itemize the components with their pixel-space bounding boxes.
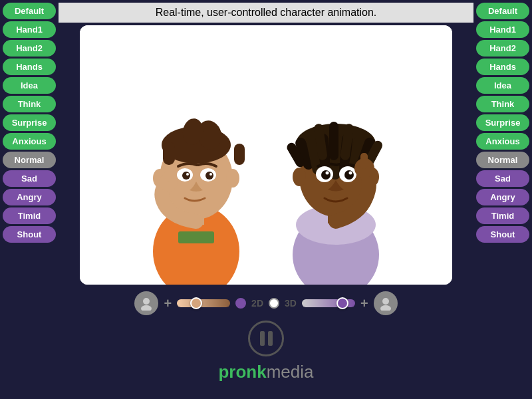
right-avatar-button[interactable] [374, 291, 398, 315]
logo-pronk: pronk [218, 362, 266, 382]
top-bar: Real-time, user-controlled character ani… [59, 3, 473, 23]
left-sidebar-btn-normal[interactable]: Normal [3, 152, 56, 168]
right-sidebar-btn-hands[interactable]: Hands [476, 59, 529, 75]
svg-point-42 [349, 172, 352, 175]
mode-2d-radio[interactable] [235, 298, 246, 309]
svg-point-17 [226, 169, 239, 188]
svg-point-15 [209, 173, 212, 176]
controls-bar: + 2D 3D + [80, 291, 452, 315]
svg-point-48 [141, 305, 152, 311]
pause-icon [260, 331, 273, 346]
page-title: Real-time, user-controlled character ani… [156, 7, 377, 18]
character-viewport [80, 25, 452, 285]
svg-point-50 [380, 305, 391, 311]
left-sidebar-btn-surprise[interactable]: Surprise [3, 114, 56, 131]
left-sidebar-btn-anxious[interactable]: Anxious [3, 133, 56, 150]
left-sidebar-btn-angry[interactable]: Angry [3, 189, 56, 205]
svg-point-13 [205, 172, 213, 180]
left-sidebar-btn-sad[interactable]: Sad [3, 170, 56, 187]
main-container: DefaultHand1Hand2HandsIdeaThinkSurpriseA… [0, 0, 532, 399]
mode-2d-label: 2D [251, 298, 263, 309]
right-sidebar-btn-shout[interactable]: Shout [476, 226, 529, 243]
right-plus-button[interactable]: + [360, 296, 368, 311]
center-panel: Real-time, user-controlled character ani… [59, 0, 473, 399]
left-skin-slider[interactable] [177, 299, 230, 307]
right-sidebar-btn-anxious[interactable]: Anxious [476, 133, 529, 150]
mode-3d-radio[interactable] [269, 298, 279, 309]
right-sidebar-btn-angry[interactable]: Angry [476, 189, 529, 205]
svg-rect-19 [165, 168, 172, 182]
svg-point-14 [186, 173, 189, 176]
svg-point-40 [344, 170, 354, 180]
right-sidebar-btn-normal[interactable]: Normal [476, 152, 529, 168]
left-sidebar-btn-hand1[interactable]: Hand1 [3, 21, 56, 38]
right-sidebar-btn-surprise[interactable]: Surprise [476, 114, 529, 131]
left-sidebar: DefaultHand1Hand2HandsIdeaThinkSurpriseA… [0, 0, 59, 399]
svg-rect-0 [80, 25, 452, 285]
svg-point-47 [143, 298, 150, 305]
right-sidebar-btn-think[interactable]: Think [476, 96, 529, 112]
right-sidebar-btn-hand2[interactable]: Hand2 [476, 40, 529, 57]
left-sidebar-btn-hand2[interactable]: Hand2 [3, 40, 56, 57]
svg-point-41 [326, 172, 329, 175]
left-sidebar-btn-think[interactable]: Think [3, 96, 56, 112]
svg-point-43 [293, 168, 306, 186]
logo: pronkmedia [218, 362, 313, 382]
svg-rect-46 [360, 153, 368, 169]
right-sidebar-btn-sad[interactable]: Sad [476, 170, 529, 187]
depth-slider[interactable] [302, 299, 355, 307]
svg-rect-35 [329, 122, 338, 160]
mode-3d-label: 3D [285, 298, 297, 309]
left-avatar-button[interactable] [134, 291, 158, 315]
right-sidebar-btn-idea[interactable]: Idea [476, 77, 529, 94]
right-sidebar: DefaultHand1Hand2HandsIdeaThinkSurpriseA… [473, 0, 532, 399]
right-sidebar-btn-timid[interactable]: Timid [476, 207, 529, 224]
logo-media: media [267, 362, 314, 382]
left-sidebar-btn-shout[interactable]: Shout [3, 226, 56, 243]
right-sidebar-btn-hand1[interactable]: Hand1 [476, 21, 529, 38]
svg-point-49 [382, 298, 389, 305]
right-sidebar-btn-default[interactable]: Default [476, 3, 529, 19]
svg-rect-2 [178, 231, 214, 243]
svg-point-39 [321, 170, 331, 180]
svg-point-12 [182, 172, 190, 180]
left-plus-button[interactable]: + [164, 296, 172, 311]
left-sidebar-btn-timid[interactable]: Timid [3, 207, 56, 224]
left-sidebar-btn-hands[interactable]: Hands [3, 59, 56, 75]
left-sidebar-btn-idea[interactable]: Idea [3, 77, 56, 94]
svg-rect-7 [234, 144, 245, 165]
pause-button[interactable] [248, 321, 284, 356]
svg-rect-6 [163, 142, 175, 165]
left-sidebar-btn-default[interactable]: Default [3, 3, 56, 19]
